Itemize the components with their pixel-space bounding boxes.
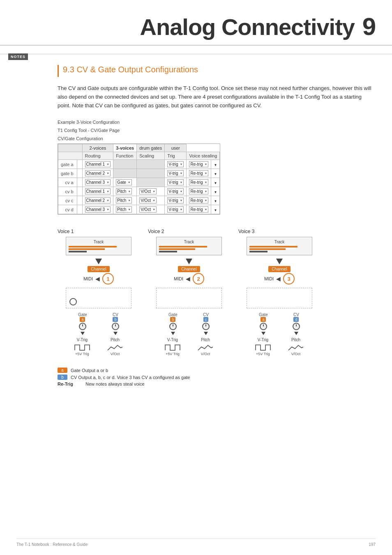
- row-trig-cvb[interactable]: V-trig: [165, 187, 187, 196]
- table-row: cv d Channel 3 Pitch V/Oct V-trig: [58, 205, 220, 214]
- row-stealing-cvc[interactable]: Re-trig: [187, 196, 211, 205]
- row-routing-cvc[interactable]: Channel 2: [82, 196, 113, 205]
- row-scaling-cvc[interactable]: V/Oct: [137, 196, 165, 205]
- row-scaling-cvd[interactable]: V/Oct: [137, 205, 165, 214]
- gate-col-v2: Gate b: [168, 312, 178, 336]
- scaling-select-cvc[interactable]: V/Oct: [139, 197, 157, 204]
- pitch-col-v3: Pitch V/Oct: [288, 338, 304, 356]
- cv-col-v1: CV b: [112, 312, 119, 336]
- midi-label-v2: MIDI: [174, 276, 183, 281]
- vtrig-col-v2: V-Trig +5V Trig: [164, 338, 181, 356]
- function-select-cvd[interactable]: Pitch: [116, 206, 132, 213]
- tab-2voices[interactable]: 2-voices: [82, 144, 113, 152]
- function-select-cvc[interactable]: Pitch: [116, 197, 132, 204]
- gate-knob-v2: [169, 323, 177, 330]
- routing-select-gatea[interactable]: Channel 1: [85, 161, 111, 167]
- cv-gate-section: CV/Gate Configuration 2-voices 3-voices …: [58, 136, 376, 216]
- col-scaling: Scaling: [137, 152, 165, 160]
- gate-badge-v3: a: [261, 317, 266, 322]
- body-text: The CV and Gate outputs are configurable…: [58, 84, 376, 110]
- arrow-down-v2: [186, 259, 192, 264]
- retrig-label: Re-Trig: [58, 382, 82, 386]
- stealing-select-cvb[interactable]: Re-trig: [189, 188, 208, 194]
- row-function-cvd[interactable]: Pitch: [113, 205, 137, 214]
- routing-select-gateb[interactable]: Channel 2: [85, 170, 111, 176]
- row-trig-cvc[interactable]: V-trig: [165, 196, 187, 205]
- table-row: gate b Channel 2 V-trig Re-trig: [58, 169, 220, 178]
- tab-3voices[interactable]: 3-voices: [113, 144, 137, 152]
- stealing-select-gatea[interactable]: Re-trig: [189, 161, 208, 167]
- cv-col-v2: CV c: [202, 312, 210, 336]
- trig-select-cvd[interactable]: V-trig: [167, 206, 184, 213]
- tab-user[interactable]: user: [165, 144, 187, 152]
- row-trig-gateb[interactable]: V-trig: [165, 169, 187, 178]
- stealing-select-gateb[interactable]: Re-trig: [189, 170, 208, 176]
- cv-badge-v1: b: [113, 317, 118, 322]
- routing-select-cvc[interactable]: Channel 2: [85, 197, 111, 204]
- trig-select-cvb[interactable]: V-trig: [167, 188, 184, 194]
- voice-2-title: Voice 2: [148, 229, 164, 234]
- gate-badge-v1: a: [80, 317, 85, 322]
- footer-right: 197: [369, 542, 376, 547]
- col-stealing: Voice stealing: [187, 152, 220, 160]
- routing-select-cva[interactable]: Channel 3: [85, 179, 111, 185]
- function-select-cva[interactable]: Gate: [116, 179, 132, 185]
- voice-3-block: Voice 3 Track Channel MIDI ◀ 3: [238, 229, 321, 356]
- vtrig-col-v3: V-Trig +5V Trig: [255, 338, 271, 356]
- cv-table: 2-voices 3-voices drum gates user Routin…: [58, 144, 220, 214]
- tab-row: 2-voices 3-voices drum gates user: [58, 144, 220, 152]
- voice-3-title: Voice 3: [238, 229, 254, 234]
- row-stealing-gateb[interactable]: Re-trig: [187, 169, 211, 178]
- scaling-select-cvd[interactable]: V/Oct: [139, 206, 157, 213]
- gate-col-v1: Gate a: [78, 312, 87, 336]
- function-select-cvb[interactable]: Pitch: [116, 188, 132, 194]
- row-routing-gateb[interactable]: Channel 2: [82, 169, 113, 178]
- trig-select-gateb[interactable]: V-trig: [167, 170, 184, 176]
- row-stealing-cvd[interactable]: Re-trig: [187, 205, 211, 214]
- col-trig: Trig: [165, 152, 187, 160]
- row-trig-gatea[interactable]: V-trig: [165, 160, 187, 169]
- stealing-select-cva[interactable]: Re-trig: [189, 179, 208, 185]
- col-routing: Routing: [82, 152, 113, 160]
- channel-number-v3: 3: [283, 273, 295, 284]
- legend-text-retrig: New notes always steal voice: [85, 382, 145, 386]
- row-function-cvc[interactable]: Pitch: [113, 196, 137, 205]
- trig-select-cvc[interactable]: V-trig: [167, 197, 184, 204]
- legend-badge-b: b: [58, 375, 67, 380]
- row-stealing-cva[interactable]: Re-trig: [187, 178, 211, 187]
- pitch-col-v2: Pitch V/Oct: [197, 338, 214, 356]
- gate-col-v3: Gate a: [259, 312, 268, 336]
- row-function-cvb[interactable]: Pitch: [113, 187, 137, 196]
- row-stealing-gatea[interactable]: Re-trig: [187, 160, 211, 169]
- trig-select-cva[interactable]: V-trig: [167, 179, 184, 185]
- channel-number-v2: 2: [193, 273, 204, 284]
- row-label-gateb: gate b: [58, 169, 77, 178]
- stealing-select-cvd[interactable]: Re-trig: [189, 206, 208, 213]
- stealing-select-cvc[interactable]: Re-trig: [189, 197, 208, 204]
- row-label-cvb: cv b: [58, 187, 77, 196]
- row-stealing-cvb[interactable]: Re-trig: [187, 187, 211, 196]
- row-trig-cva[interactable]: V-trig: [165, 178, 187, 187]
- scaling-select-cvb[interactable]: V/Oct: [139, 188, 157, 194]
- table-row: cv a Channel 3 Gate V-trig: [58, 178, 220, 187]
- row-routing-cva[interactable]: Channel 3: [82, 178, 113, 187]
- voice-3-track: Track: [247, 237, 312, 255]
- routing-select-cvb[interactable]: Channel 1: [85, 188, 111, 194]
- main-content: 9.3 CV & Gate Output Configurations The …: [58, 61, 376, 386]
- circle-icon-v1: [69, 298, 77, 305]
- row-label-gatea: gate a: [58, 160, 77, 169]
- trig-select-gatea[interactable]: V-trig: [167, 161, 184, 167]
- row-routing-cvd[interactable]: Channel 3: [82, 205, 113, 214]
- routing-select-cvd[interactable]: Channel 3: [85, 206, 111, 213]
- pitch-col-v1: Pitch V/Oct: [107, 338, 123, 356]
- row-routing-gatea[interactable]: Channel 1: [82, 160, 113, 169]
- row-trig-cvd[interactable]: V-trig: [165, 205, 187, 214]
- cv-knob-v3: [293, 323, 300, 330]
- row-function-cva[interactable]: Gate: [113, 178, 137, 187]
- cv-gate-label: CV/Gate Configuration: [58, 136, 376, 141]
- channel-label-v2: Channel: [178, 266, 200, 272]
- row-routing-cvb[interactable]: Channel 1: [82, 187, 113, 196]
- row-scaling-cvb[interactable]: V/Oct: [137, 187, 165, 196]
- legend-text-b: CV Output a, b, c or d. Voice 3 has CV a…: [71, 375, 190, 380]
- tab-drum[interactable]: drum gates: [137, 144, 165, 152]
